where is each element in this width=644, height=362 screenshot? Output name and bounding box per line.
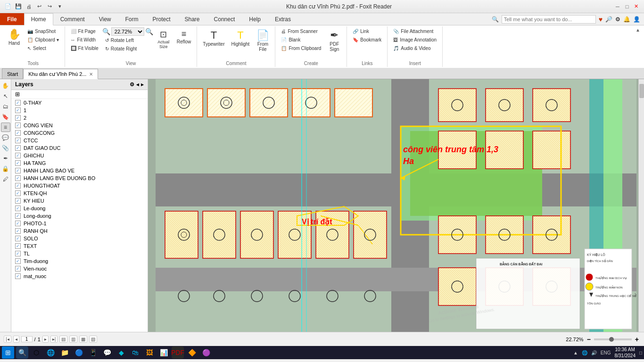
layer-checkbox[interactable] [15,183,21,189]
blank-button[interactable]: 📄 Blank [278,36,324,44]
link-button[interactable]: 🔗 Link [350,27,384,35]
tab-share[interactable]: Share [178,13,207,25]
tab-protect[interactable]: Protect [146,13,178,25]
taskbar-app12-icon[interactable]: 🟣 [200,346,212,359]
bookmark-panel-icon[interactable]: 🔖 [1,112,10,122]
layer-checkbox[interactable] [15,168,21,173]
tab-view[interactable]: View [92,13,118,25]
page-number-input[interactable] [21,336,33,342]
taskbar-edge-icon[interactable]: 🌐 [44,346,57,359]
from-scanner-button[interactable]: 🖨 From Scanner [278,27,324,35]
from-clipboard-button[interactable]: 📋 From Clipboard [278,44,324,52]
taskbar-app11-icon[interactable]: 🔶 [186,346,198,359]
undo-icon[interactable]: ↩ [35,2,43,11]
layer-item[interactable]: TL [11,250,148,257]
layer-checkbox[interactable] [15,107,21,113]
stamp-icon[interactable]: 🖊 [1,174,10,184]
page-layout-btn1[interactable]: ▤ [59,336,67,343]
layer-item[interactable]: KY HIEU [11,197,148,205]
layer-checkbox[interactable] [15,115,21,121]
tab-form[interactable]: Form [118,13,146,25]
layers-config-icon[interactable]: ⊞ [15,91,20,98]
typewriter-button[interactable]: T Typewriter [200,27,227,49]
close-button[interactable]: ✕ [633,3,640,10]
signature-panel-icon[interactable]: ✒ [1,154,10,163]
layer-checkbox[interactable] [15,243,21,249]
layer-checkbox[interactable] [15,258,21,264]
layers-prev-icon[interactable]: ◂ [136,82,139,88]
taskbar-viber-icon[interactable]: 📱 [87,346,99,359]
taskbar-pdf-icon[interactable]: PDF [172,346,184,359]
taskbar-taskview-icon[interactable]: ⬡ [30,346,42,359]
layers-panel-icon[interactable]: ≡ [1,123,10,132]
layer-checkbox[interactable] [15,198,21,204]
last-page-button[interactable]: ▸| [50,336,58,343]
layer-checkbox[interactable] [15,153,21,158]
attachment-panel-icon[interactable]: 📎 [1,143,10,153]
expand-ribbon-icon[interactable]: ▲ [636,27,640,33]
layer-item[interactable]: 0-THAY [11,99,148,107]
taskbar-language[interactable]: ENG [601,350,611,355]
bookmark-button[interactable]: 🔖 Bookmark [350,36,384,44]
save-icon[interactable]: 💾 [14,2,23,11]
select-tool-icon[interactable]: ↖ [1,91,10,101]
layer-checkbox[interactable] [15,213,21,219]
layer-checkbox[interactable] [15,251,21,256]
layer-item[interactable]: 1 [11,107,148,114]
layer-checkbox[interactable] [15,145,21,151]
page-layout-btn4[interactable]: ▧ [89,336,97,343]
zoom-minus-button[interactable]: − [586,336,592,343]
tab-connect[interactable]: Connect [207,13,242,25]
clipboard-button[interactable]: 📋 Clipboard ▾ [25,36,62,44]
pdf-content-area[interactable]: công viên trung tâm 1,3 Ha Vị trí đặt [148,79,644,332]
layer-item[interactable]: GHICHU [11,152,148,159]
hand-button[interactable]: ✋ Hand [5,27,24,48]
page-thumbnail-icon[interactable]: 🗂 [1,102,10,111]
snapshot-button[interactable]: 📷 SnapShot [25,27,62,35]
layer-checkbox[interactable] [15,266,21,272]
settings-icon[interactable]: ⚙ [615,16,620,23]
layer-item[interactable]: TEXT [11,242,148,250]
layer-checkbox[interactable] [15,228,21,234]
zoom-in-icon[interactable]: 🔍 [145,28,153,35]
redo-icon[interactable]: ↪ [45,2,54,11]
pdf-sign-button[interactable]: ✒ PDFSign [325,27,344,54]
taskbar-explorer-icon[interactable]: 📁 [58,346,71,359]
tab-extras[interactable]: Extras [268,13,298,25]
user-icon[interactable]: 👤 [633,16,640,23]
layer-checkbox[interactable] [15,130,21,136]
highlight-button[interactable]: T Highlight [228,27,252,49]
taskbar-up-icon[interactable]: ▲ [573,350,578,355]
layer-item[interactable]: 2 [11,114,148,122]
layer-item[interactable]: KTEN-QH [11,189,148,197]
zoom-select[interactable]: 22.72% 50% 75% 100% [111,27,144,36]
audio-video-button[interactable]: 🎵 Audio & Video [390,44,439,52]
taskbar-clock[interactable]: 10:36 AM 8/31/2024 [614,346,636,359]
prev-page-button[interactable]: ◂ [13,336,19,343]
print-icon[interactable]: 🖨 [25,2,33,11]
find-icon[interactable]: 🔎 [605,16,612,23]
reflow-button[interactable]: ≡ Reflow [174,27,194,46]
taskbar-zalo-icon[interactable]: 💬 [101,346,113,359]
layer-checkbox[interactable] [15,206,21,211]
ribbon-search-input[interactable] [502,15,596,24]
layer-item[interactable]: CTCC [11,137,148,144]
layer-item[interactable]: HANH LANG BAO VE [11,167,148,174]
layer-checkbox[interactable] [15,138,21,143]
page-layout-btn3[interactable]: ▦ [79,336,87,343]
doc-tab-close-icon[interactable]: ✕ [89,72,93,77]
maximize-button[interactable]: □ [623,3,631,10]
layer-item[interactable]: Tim-duong [11,257,148,265]
taskbar-store-icon[interactable]: 🛍 [129,346,141,359]
layers-settings-icon[interactable]: ⚙ [130,82,134,88]
zoom-out-icon[interactable]: 🔍 [102,28,110,35]
layer-item[interactable]: mat_nuoc [11,272,148,280]
layer-item[interactable]: RANH QH [11,227,148,235]
fit-visible-button[interactable]: 🔲 Fit Visible [68,44,101,52]
fit-page-button[interactable]: ⬜ Fit Page [68,27,101,35]
layer-checkbox[interactable] [15,221,21,226]
layer-checkbox[interactable] [15,190,21,196]
layer-item[interactable]: CONGCONG [11,129,148,137]
layer-item[interactable]: SOLO [11,235,148,242]
layer-item[interactable]: Long-duong [11,212,148,220]
